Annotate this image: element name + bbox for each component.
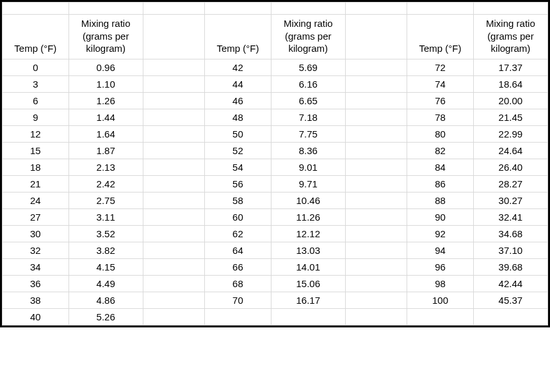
mixing-ratio-table-container: Temp (°F) Mixing ratio (grams per kilogr… — [0, 0, 550, 327]
ratio-cell: 6.65 — [271, 92, 345, 109]
header-row: Temp (°F) Mixing ratio (grams per kilogr… — [3, 15, 548, 59]
temp-cell: 68 — [205, 275, 271, 292]
spacer-cell — [345, 125, 407, 142]
spacer-cell — [143, 59, 204, 75]
table-row: 344.156614.019639.68 — [3, 258, 548, 275]
temp-cell: 96 — [407, 258, 474, 275]
temp-cell: 56 — [205, 175, 271, 192]
ratio-cell: 1.64 — [69, 125, 143, 142]
table-row: 212.42569.718628.27 — [3, 175, 548, 192]
temp-cell: 42 — [205, 59, 271, 75]
ratio-cell: 7.75 — [271, 125, 345, 142]
temp-cell: 90 — [407, 208, 474, 225]
empty-header-row — [3, 3, 548, 15]
spacer-cell — [143, 109, 204, 125]
ratio-cell: 1.10 — [69, 75, 143, 92]
ratio-cell: 30.27 — [473, 192, 547, 208]
ratio-cell: 26.40 — [473, 159, 547, 175]
temp-cell: 78 — [407, 109, 474, 125]
temp-cell: 84 — [407, 159, 474, 175]
temp-cell: 82 — [407, 142, 474, 159]
temp-cell: 34 — [3, 258, 69, 275]
spacer-cell — [345, 109, 407, 125]
spacer-cell — [143, 258, 204, 275]
ratio-cell: 4.86 — [69, 292, 143, 308]
spacer-cell — [345, 142, 407, 159]
ratio-cell: 0.96 — [69, 59, 143, 75]
spacer-cell — [143, 308, 204, 325]
ratio-cell: 5.69 — [271, 59, 345, 75]
spacer-cell — [143, 242, 204, 258]
temp-cell: 58 — [205, 192, 271, 208]
spacer-cell — [345, 292, 407, 308]
spacer-cell — [143, 192, 204, 208]
temp-cell: 38 — [3, 292, 69, 308]
header-ratio-3: Mixing ratio (grams per kilogram) — [473, 15, 547, 59]
table-row: 384.867016.1710045.37 — [3, 292, 548, 308]
table-row: 61.26466.657620.00 — [3, 92, 548, 109]
table-row: 364.496815.069842.44 — [3, 275, 548, 292]
temp-cell: 50 — [205, 125, 271, 142]
temp-cell: 74 — [407, 75, 474, 92]
ratio-cell: 42.44 — [473, 275, 547, 292]
ratio-cell — [271, 308, 345, 325]
table-row: 182.13549.018426.40 — [3, 159, 548, 175]
spacer-cell — [345, 308, 407, 325]
temp-cell: 44 — [205, 75, 271, 92]
temp-cell: 27 — [3, 208, 69, 225]
ratio-cell: 18.64 — [473, 75, 547, 92]
ratio-cell: 32.41 — [473, 208, 547, 225]
spacer-cell — [143, 175, 204, 192]
ratio-cell: 9.01 — [271, 159, 345, 175]
table-row: 242.755810.468830.27 — [3, 192, 548, 208]
spacer-cell — [345, 175, 407, 192]
spacer-cell — [143, 92, 204, 109]
ratio-cell: 24.64 — [473, 142, 547, 159]
spacer-cell — [345, 92, 407, 109]
temp-cell: 72 — [407, 59, 474, 75]
spacer-cell — [345, 225, 407, 242]
temp-cell: 6 — [3, 92, 69, 109]
table-row: 151.87528.368224.64 — [3, 142, 548, 159]
temp-cell: 24 — [3, 192, 69, 208]
temp-cell: 21 — [3, 175, 69, 192]
temp-cell: 62 — [205, 225, 271, 242]
table-row: 00.96425.697217.37 — [3, 59, 548, 75]
spacer-cell — [345, 242, 407, 258]
header-temp-3: Temp (°F) — [407, 15, 474, 59]
spacer-cell — [143, 275, 204, 292]
spacer-cell — [143, 75, 204, 92]
ratio-cell: 3.11 — [69, 208, 143, 225]
ratio-cell: 22.99 — [473, 125, 547, 142]
temp-cell: 76 — [407, 92, 474, 109]
temp-cell: 48 — [205, 109, 271, 125]
table-row: 31.10446.167418.64 — [3, 75, 548, 92]
spacer-cell — [143, 225, 204, 242]
temp-cell: 9 — [3, 109, 69, 125]
header-ratio-2: Mixing ratio (grams per kilogram) — [271, 15, 345, 59]
ratio-cell: 7.18 — [271, 109, 345, 125]
ratio-cell: 20.00 — [473, 92, 547, 109]
temp-cell: 15 — [3, 142, 69, 159]
ratio-cell: 2.75 — [69, 192, 143, 208]
temp-cell: 94 — [407, 242, 474, 258]
temp-cell: 54 — [205, 159, 271, 175]
spacer-cell — [345, 275, 407, 292]
ratio-cell: 17.37 — [473, 59, 547, 75]
header-spacer-1 — [143, 15, 204, 59]
temp-cell: 80 — [407, 125, 474, 142]
temp-cell: 86 — [407, 175, 474, 192]
temp-cell: 32 — [3, 242, 69, 258]
temp-cell: 98 — [407, 275, 474, 292]
table-row: 323.826413.039437.10 — [3, 242, 548, 258]
temp-cell: 36 — [3, 275, 69, 292]
ratio-cell: 4.15 — [69, 258, 143, 275]
temp-cell: 12 — [3, 125, 69, 142]
temp-cell: 30 — [3, 225, 69, 242]
spacer-cell — [143, 159, 204, 175]
temp-cell: 52 — [205, 142, 271, 159]
temp-cell: 92 — [407, 225, 474, 242]
table-row: 91.44487.187821.45 — [3, 109, 548, 125]
ratio-cell: 3.82 — [69, 242, 143, 258]
temp-cell: 46 — [205, 92, 271, 109]
